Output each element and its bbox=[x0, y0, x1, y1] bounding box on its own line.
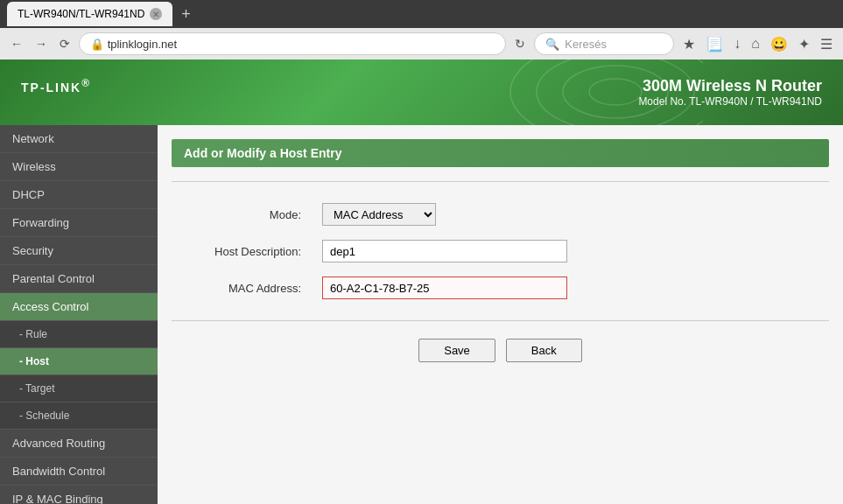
sidebar-item-rule[interactable]: - Rule bbox=[0, 321, 158, 348]
browser-tab[interactable]: TL-WR940N/TL-WR941ND ✕ bbox=[7, 2, 172, 26]
mac-address-label: MAC Address: bbox=[172, 270, 312, 306]
search-icon: 🔍 bbox=[545, 38, 559, 51]
pocket-icon[interactable]: ✦ bbox=[795, 34, 813, 54]
sidebar-item-parental-control[interactable]: Parental Control bbox=[0, 265, 158, 293]
toolbar-icons: ★ 📃 ↓ ⌂ 😀 ✦ ☰ bbox=[679, 34, 836, 54]
sidebar-item-forwarding[interactable]: Forwarding bbox=[0, 209, 158, 237]
host-entry-form: Mode: MAC Address IP Address Host Descri… bbox=[172, 196, 829, 306]
main-layout: Network Wireless DHCP Forwarding Securit… bbox=[0, 125, 843, 504]
form-buttons: Save Back bbox=[172, 339, 829, 362]
search-bar[interactable]: 🔍 Keresés bbox=[534, 32, 674, 55]
host-description-row: Host Description: bbox=[172, 233, 829, 270]
url-bar[interactable]: 🔒 tplinklogin.net bbox=[79, 32, 506, 55]
save-button[interactable]: Save bbox=[418, 339, 495, 362]
url-text: tplinklogin.net bbox=[108, 38, 178, 51]
sidebar: Network Wireless DHCP Forwarding Securit… bbox=[0, 125, 158, 504]
svg-point-0 bbox=[510, 60, 703, 125]
host-description-label: Host Description: bbox=[172, 233, 312, 270]
tab-close-button[interactable]: ✕ bbox=[150, 8, 162, 20]
svg-point-3 bbox=[589, 79, 642, 105]
reader-mode-icon[interactable]: 📃 bbox=[702, 34, 727, 54]
section-title: Add or Modify a Host Entry bbox=[172, 139, 829, 167]
sidebar-item-dhcp[interactable]: DHCP bbox=[0, 181, 158, 209]
mode-input-cell: MAC Address IP Address bbox=[312, 196, 829, 233]
bottom-divider bbox=[172, 320, 829, 321]
sidebar-item-access-control[interactable]: Access Control bbox=[0, 293, 158, 321]
new-tab-button[interactable]: + bbox=[176, 5, 196, 24]
bookmark-star-icon[interactable]: ★ bbox=[679, 34, 699, 54]
mode-select[interactable]: MAC Address IP Address bbox=[322, 203, 436, 226]
back-nav-button[interactable]: ← bbox=[7, 35, 26, 52]
top-divider bbox=[172, 181, 829, 182]
sidebar-item-advanced-routing[interactable]: Advanced Routing bbox=[0, 430, 158, 458]
sidebar-item-wireless[interactable]: Wireless bbox=[0, 153, 158, 181]
tab-label: TL-WR940N/TL-WR941ND bbox=[18, 8, 144, 20]
tplink-header: TP-LINK® 300M Wireless N Router Model No… bbox=[0, 60, 843, 125]
lock-icon: 🔒 bbox=[90, 38, 104, 51]
content-area: Add or Modify a Host Entry Mode: MAC Add… bbox=[158, 125, 843, 504]
mac-address-input-cell bbox=[312, 270, 829, 306]
sidebar-item-schedule[interactable]: - Schedule bbox=[0, 402, 158, 430]
smiley-icon[interactable]: 😀 bbox=[767, 34, 791, 54]
mac-address-input[interactable] bbox=[322, 276, 567, 299]
sidebar-item-ip-mac-binding[interactable]: IP & MAC Binding bbox=[0, 486, 158, 504]
logo-text: TP-LINK® bbox=[21, 80, 91, 94]
svg-point-1 bbox=[537, 60, 694, 125]
header-decoration bbox=[440, 60, 703, 125]
mode-label: Mode: bbox=[172, 196, 312, 233]
browser-addressbar: ← → ⟳ 🔒 tplinklogin.net ↻ 🔍 Keresés ★ 📃 … bbox=[0, 28, 843, 60]
tplink-logo: TP-LINK® bbox=[21, 78, 91, 108]
download-icon[interactable]: ↓ bbox=[730, 34, 744, 53]
search-placeholder: Keresés bbox=[565, 38, 607, 51]
mac-address-row: MAC Address: bbox=[172, 270, 829, 306]
sidebar-item-host[interactable]: - Host bbox=[0, 348, 158, 375]
sidebar-item-bandwidth-control[interactable]: Bandwidth Control bbox=[0, 458, 158, 486]
mode-row: Mode: MAC Address IP Address bbox=[172, 196, 829, 233]
sidebar-item-network[interactable]: Network bbox=[0, 125, 158, 153]
reload-button[interactable]: ⟳ bbox=[56, 35, 74, 52]
sidebar-item-target[interactable]: - Target bbox=[0, 375, 158, 402]
browser-titlebar: TL-WR940N/TL-WR941ND ✕ + bbox=[0, 0, 843, 28]
host-description-input-cell bbox=[312, 233, 829, 270]
refresh-icon[interactable]: ↻ bbox=[511, 35, 529, 52]
svg-point-2 bbox=[563, 66, 668, 118]
back-button[interactable]: Back bbox=[506, 339, 582, 362]
host-description-input[interactable] bbox=[322, 240, 567, 262]
menu-icon[interactable]: ☰ bbox=[817, 34, 836, 54]
home-icon[interactable]: ⌂ bbox=[748, 34, 763, 53]
forward-nav-button[interactable]: → bbox=[32, 35, 51, 52]
sidebar-item-security[interactable]: Security bbox=[0, 237, 158, 265]
